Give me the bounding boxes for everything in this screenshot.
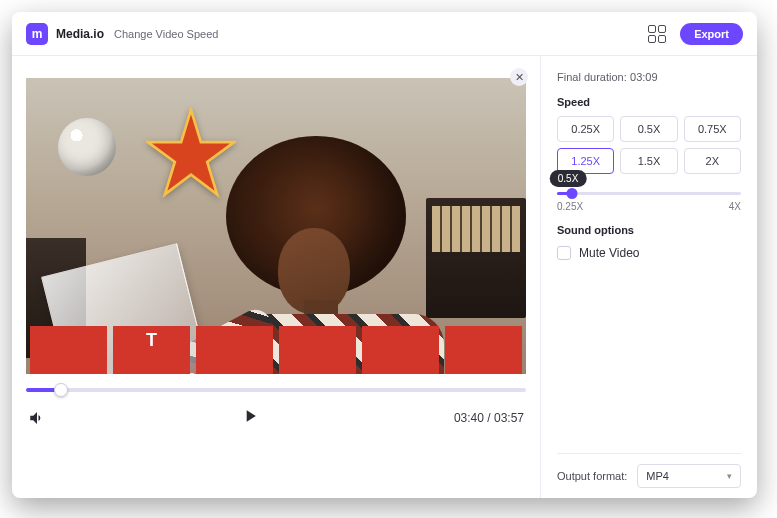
- header-bar: m Media.io Change Video Speed Export: [12, 12, 757, 56]
- mute-checkbox[interactable]: [557, 246, 571, 260]
- mute-row: Mute Video: [557, 246, 741, 260]
- speed-option-0_5X[interactable]: 0.5X: [620, 116, 677, 142]
- output-format-row: Output format: MP4 ▾: [557, 453, 741, 488]
- chevron-down-icon: ▾: [727, 471, 732, 481]
- timeline-playhead[interactable]: [54, 383, 68, 397]
- main-body: ✕: [12, 56, 757, 498]
- speed-slider-range: 0.25X 4X: [557, 201, 741, 212]
- output-format-label: Output format:: [557, 470, 627, 482]
- tool-name: Change Video Speed: [114, 28, 218, 40]
- speed-slider[interactable]: 0.5X: [557, 192, 741, 195]
- final-duration: Final duration: 03:09: [557, 70, 741, 84]
- preview-pane: ✕: [12, 56, 541, 498]
- export-button[interactable]: Export: [680, 23, 743, 45]
- speed-option-0_75X[interactable]: 0.75X: [684, 116, 741, 142]
- close-icon[interactable]: ✕: [510, 68, 528, 86]
- speed-section-label: Speed: [557, 96, 741, 108]
- brand-name: Media.io: [56, 27, 104, 41]
- apps-grid-icon[interactable]: [648, 25, 666, 43]
- video-preview[interactable]: [26, 78, 526, 374]
- app-window: m Media.io Change Video Speed Export ✕: [12, 12, 757, 498]
- speed-option-1_5X[interactable]: 1.5X: [620, 148, 677, 174]
- speed-option-0_25X[interactable]: 0.25X: [557, 116, 614, 142]
- timeline-scrubber[interactable]: [26, 388, 526, 392]
- volume-icon[interactable]: [28, 409, 46, 427]
- speed-option-2X[interactable]: 2X: [684, 148, 741, 174]
- play-icon[interactable]: [240, 406, 260, 426]
- mute-label: Mute Video: [579, 246, 640, 260]
- sound-section-label: Sound options: [557, 224, 741, 236]
- speed-slider-value-bubble: 0.5X: [550, 170, 587, 187]
- player-controls: 03:40 / 03:57: [12, 392, 540, 430]
- speed-preset-grid: 0.25X0.5X0.75X1.25X1.5X2X: [557, 116, 741, 174]
- speed-slider-thumb[interactable]: [566, 188, 577, 199]
- output-format-select[interactable]: MP4 ▾: [637, 464, 741, 488]
- brand-logo-icon: m: [26, 23, 48, 45]
- svg-marker-0: [148, 110, 234, 195]
- time-display: 03:40 / 03:57: [454, 411, 524, 425]
- settings-panel: Final duration: 03:09 Speed 0.25X0.5X0.7…: [541, 56, 757, 498]
